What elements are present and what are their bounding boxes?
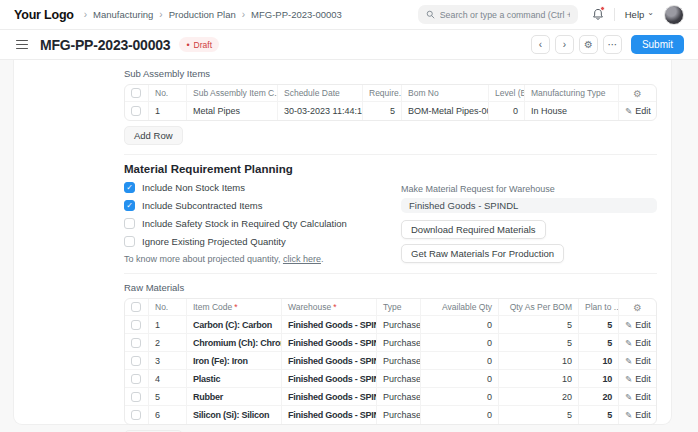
pencil-icon: ✎ bbox=[625, 410, 632, 420]
menu-button[interactable]: ⋯ bbox=[603, 35, 622, 54]
cell-schedule-date[interactable]: 30-03-2023 11:44:18 bbox=[278, 102, 363, 120]
table-row: 6 Silicon (Si): Silicon Finished Goods -… bbox=[125, 406, 656, 424]
cell-warehouse[interactable]: Finished Goods - SPINDL bbox=[282, 388, 377, 406]
breadcrumb-manufacturing[interactable]: Manufacturing bbox=[93, 9, 153, 20]
cell-item-code[interactable]: Carbon (C): Carbon bbox=[187, 316, 282, 334]
checkbox-ignore-projected-quantity[interactable]: Ignore Existing Projected Quantity bbox=[124, 236, 401, 247]
cell-available-qty[interactable]: 0 bbox=[421, 388, 499, 406]
cell-qty-as-per-bom[interactable]: 5 bbox=[499, 406, 579, 424]
cell-type[interactable]: Purchase bbox=[377, 334, 421, 352]
sub-assembly-add-row-button[interactable]: Add Row bbox=[124, 126, 183, 145]
cell-qty-as-per-bom[interactable]: 20 bbox=[499, 388, 579, 406]
notifications-button[interactable] bbox=[592, 8, 604, 21]
get-raw-materials-button[interactable]: Get Raw Materials For Production bbox=[401, 244, 564, 263]
cell-plan-to[interactable]: 5 bbox=[579, 316, 619, 334]
cell-plan-to[interactable]: 10 bbox=[579, 370, 619, 388]
breadcrumb-production-plan[interactable]: Production Plan bbox=[169, 9, 236, 20]
global-search[interactable] bbox=[418, 5, 578, 24]
page-head: MFG-PP-2023-00003 • Draft ‹ › ⚙ ⋯ Submit bbox=[0, 30, 698, 60]
checkbox-include-non-stock-items[interactable]: ✓ Include Non Stock Items bbox=[124, 182, 401, 193]
cell-plan-to[interactable]: 10 bbox=[579, 352, 619, 370]
mrp-section-heading: Material Requirement Planning bbox=[124, 155, 657, 175]
cell-qty-as-per-bom[interactable]: 5 bbox=[499, 334, 579, 352]
cell-warehouse[interactable]: Finished Goods - SPINDL bbox=[282, 334, 377, 352]
chevron-right-icon: › bbox=[563, 39, 566, 50]
cell-item[interactable]: Metal Pipes bbox=[187, 102, 278, 120]
cell-available-qty[interactable]: 0 bbox=[421, 370, 499, 388]
row-checkbox[interactable] bbox=[131, 392, 141, 402]
cell-level[interactable]: 0 bbox=[489, 102, 525, 120]
cell-type[interactable]: Purchase bbox=[377, 352, 421, 370]
cell-item-code[interactable]: Rubber bbox=[187, 388, 282, 406]
customize-button[interactable]: ⚙ bbox=[579, 35, 598, 54]
next-document-button[interactable]: › bbox=[555, 35, 574, 54]
sidebar-toggle-icon[interactable] bbox=[14, 37, 30, 52]
row-checkbox[interactable] bbox=[131, 410, 141, 420]
edit-row-button[interactable]: ✎Edit bbox=[619, 334, 656, 352]
edit-row-button[interactable]: ✎Edit bbox=[619, 388, 656, 406]
row-checkbox[interactable] bbox=[131, 338, 141, 348]
checkbox-unchecked-icon bbox=[124, 236, 135, 247]
checkbox-include-safety-stock[interactable]: Include Safety Stock in Required Qty Cal… bbox=[124, 218, 401, 229]
select-all-checkbox[interactable] bbox=[131, 302, 141, 312]
cell-plan-to[interactable]: 5 bbox=[579, 334, 619, 352]
cell-item-code[interactable]: Silicon (Si): Silicon bbox=[187, 406, 282, 424]
search-input[interactable] bbox=[440, 10, 570, 20]
pencil-icon: ✎ bbox=[625, 320, 632, 330]
download-required-materials-button[interactable]: Download Required Materials bbox=[401, 220, 546, 239]
user-avatar[interactable] bbox=[664, 5, 684, 25]
cell-plan-to[interactable]: 20 bbox=[579, 388, 619, 406]
help-label: Help bbox=[625, 9, 645, 20]
cell-available-qty[interactable]: 0 bbox=[421, 316, 499, 334]
col-header-bom-no: Bom No bbox=[402, 85, 489, 102]
app-logo[interactable]: Your Logo bbox=[14, 8, 74, 22]
cell-item-code[interactable]: Plastic bbox=[187, 370, 282, 388]
submit-button[interactable]: Submit bbox=[631, 35, 684, 54]
prev-document-button[interactable]: ‹ bbox=[531, 35, 550, 54]
grid-settings-icon[interactable]: ⚙ bbox=[633, 88, 642, 99]
row-checkbox[interactable] bbox=[131, 374, 141, 384]
cell-warehouse[interactable]: Finished Goods - SPINDL bbox=[282, 406, 377, 424]
cell-available-qty[interactable]: 0 bbox=[421, 406, 499, 424]
edit-row-button[interactable]: ✎Edit bbox=[619, 406, 656, 424]
cell-item-code[interactable]: Iron (Fe): Iron bbox=[187, 352, 282, 370]
warehouse-select[interactable]: Finished Goods - SPINDL bbox=[401, 198, 657, 213]
edit-row-button[interactable]: ✎Edit bbox=[619, 316, 656, 334]
cell-plan-to[interactable]: 5 bbox=[579, 406, 619, 424]
cell-bom-no[interactable]: BOM-Metal Pipes-001 bbox=[402, 102, 489, 120]
table-row: 1 Carbon (C): Carbon Finished Goods - SP… bbox=[125, 316, 656, 334]
cell-warehouse[interactable]: Finished Goods - SPINDL bbox=[282, 352, 377, 370]
col-header-type: Type bbox=[377, 299, 421, 316]
breadcrumb-current-doc[interactable]: MFG-PP-2023-00003 bbox=[251, 9, 342, 20]
row-checkbox[interactable] bbox=[131, 320, 141, 330]
help-menu[interactable]: Help ⌄ bbox=[625, 9, 654, 20]
cell-warehouse[interactable]: Finished Goods - SPINDL bbox=[282, 316, 377, 334]
edit-row-button[interactable]: ✎Edit bbox=[619, 352, 656, 370]
cell-available-qty[interactable]: 0 bbox=[421, 352, 499, 370]
select-all-checkbox[interactable] bbox=[131, 88, 141, 98]
cell-qty-as-per-bom[interactable]: 10 bbox=[499, 370, 579, 388]
checkbox-include-subcontracted-items[interactable]: ✓ Include Subcontracted Items bbox=[124, 200, 401, 211]
click-here-link[interactable]: click here bbox=[283, 254, 321, 264]
cell-qty-as-per-bom[interactable]: 10 bbox=[499, 352, 579, 370]
cell-item-code[interactable]: Chromium (Ch): Chrom... bbox=[187, 334, 282, 352]
cell-type[interactable]: Purchase bbox=[377, 370, 421, 388]
row-checkbox[interactable] bbox=[131, 106, 141, 116]
cell-mfg-type[interactable]: In House bbox=[525, 102, 619, 120]
edit-row-button[interactable]: ✎Edit bbox=[619, 102, 656, 120]
cell-no: 5 bbox=[149, 388, 187, 406]
col-header-item: Sub Assembly Item C... bbox=[187, 85, 278, 102]
breadcrumb-separator-icon: › bbox=[159, 9, 162, 20]
cell-required-qty[interactable]: 5 bbox=[363, 102, 402, 120]
cell-type[interactable]: Purchase bbox=[377, 388, 421, 406]
row-checkbox[interactable] bbox=[131, 356, 141, 366]
cell-qty-as-per-bom[interactable]: 5 bbox=[499, 316, 579, 334]
col-header-level: Level (B... bbox=[489, 85, 525, 102]
content-area: Sub Assembly Items No. Sub Assembly Item… bbox=[0, 60, 698, 432]
cell-warehouse[interactable]: Finished Goods - SPINDL bbox=[282, 370, 377, 388]
cell-type[interactable]: Purchase bbox=[377, 406, 421, 424]
grid-settings-icon[interactable]: ⚙ bbox=[633, 302, 642, 313]
edit-row-button[interactable]: ✎Edit bbox=[619, 370, 656, 388]
cell-available-qty[interactable]: 0 bbox=[421, 334, 499, 352]
cell-type[interactable]: Purchase bbox=[377, 316, 421, 334]
